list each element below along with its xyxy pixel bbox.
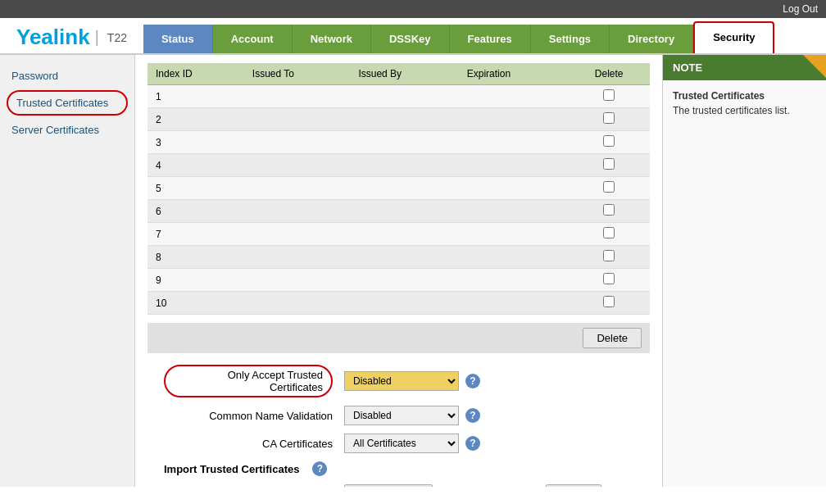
cell-expiration	[459, 246, 569, 269]
cell-index: 3	[148, 131, 244, 154]
delete-checkbox[interactable]	[603, 135, 615, 147]
cell-index: 9	[148, 269, 244, 292]
load-file-row: Load trusted certificates file Bestand k…	[148, 484, 650, 487]
delete-checkbox[interactable]	[603, 112, 615, 124]
import-title: Import Trusted Certificates	[164, 463, 299, 475]
cell-index: 6	[148, 200, 244, 223]
table-row: 8	[148, 246, 650, 269]
cell-issued-to	[244, 131, 351, 154]
sidebar-item-server-certificates[interactable]: Server Certificates	[0, 117, 134, 143]
logo-separator: |	[95, 28, 99, 47]
delete-checkbox[interactable]	[603, 296, 615, 307]
cell-issued-to	[244, 292, 351, 315]
delete-checkbox[interactable]	[603, 227, 615, 238]
cell-delete	[568, 154, 650, 177]
only-accept-label-wrapper: Only Accept Trusted Certificates	[164, 365, 344, 397]
delete-checkbox[interactable]	[603, 89, 615, 101]
table-row: 1	[148, 85, 650, 108]
table-row: 5	[148, 177, 650, 200]
cell-expiration	[459, 223, 569, 246]
ca-cert-label: CA Certificates	[164, 438, 344, 450]
cell-issued-by	[350, 177, 458, 200]
cell-delete	[568, 223, 650, 246]
cell-expiration	[459, 108, 569, 131]
table-row: 3	[148, 131, 650, 154]
logout-button[interactable]: Log Out	[783, 3, 818, 15]
ca-cert-select[interactable]: All Certificates Trusted Certificates	[344, 434, 459, 453]
cell-issued-to	[244, 246, 351, 269]
top-bar: Log Out	[0, 0, 826, 18]
ca-cert-help-icon[interactable]: ?	[465, 436, 480, 451]
cell-issued-by	[350, 85, 458, 108]
table-row: 2	[148, 108, 650, 131]
tab-settings[interactable]: Settings	[531, 25, 610, 53]
cell-index: 1	[148, 85, 244, 108]
common-name-help-icon[interactable]: ?	[465, 408, 480, 423]
tab-account[interactable]: Account	[213, 25, 293, 53]
cell-issued-to	[244, 223, 351, 246]
col-delete-header: Delete	[568, 63, 650, 85]
delete-checkbox[interactable]	[603, 204, 615, 216]
cell-expiration	[459, 85, 569, 108]
common-name-row: Common Name Validation Disabled Enabled …	[148, 406, 650, 425]
tab-security[interactable]: Security	[693, 21, 774, 53]
col-issued-to-header: Issued To	[244, 63, 351, 85]
tab-status[interactable]: Status	[143, 25, 213, 53]
cell-index: 2	[148, 108, 244, 131]
cell-delete	[568, 85, 650, 108]
table-row: 7	[148, 223, 650, 246]
ca-cert-row: CA Certificates All Certificates Trusted…	[148, 434, 650, 453]
tab-directory[interactable]: Directory	[610, 25, 693, 53]
sidebar-item-trusted-certificates[interactable]: Trusted Certificates	[7, 90, 128, 116]
import-help-icon[interactable]: ?	[312, 461, 327, 476]
delete-checkbox[interactable]	[603, 250, 615, 261]
cell-issued-by	[350, 223, 458, 246]
cell-index: 10	[148, 292, 244, 315]
note-title: Trusted Certificates	[673, 90, 816, 102]
cell-delete	[568, 108, 650, 131]
common-name-label: Common Name Validation	[164, 410, 344, 422]
note-panel: NOTE Trusted Certificates The trusted ce…	[662, 55, 826, 487]
delete-button[interactable]: Delete	[583, 328, 642, 348]
col-expiration-header: Expiration	[459, 63, 569, 85]
cell-expiration	[459, 292, 569, 315]
choose-file-button[interactable]: Bestand kiezen	[344, 484, 433, 487]
col-index-header: Index ID	[148, 63, 244, 85]
cell-delete	[568, 246, 650, 269]
cell-issued-by	[350, 108, 458, 131]
tab-dsskey[interactable]: DSSKey	[371, 25, 450, 53]
cell-expiration	[459, 200, 569, 223]
cell-expiration	[459, 269, 569, 292]
delete-checkbox[interactable]	[603, 273, 615, 284]
only-accept-label: Only Accept Trusted Certificates	[164, 365, 333, 397]
main-nav: Status Account Network DSSKey Features S…	[143, 21, 826, 53]
import-title-row: Import Trusted Certificates ?	[148, 461, 650, 476]
cell-expiration	[459, 131, 569, 154]
cell-delete	[568, 200, 650, 223]
delete-checkbox[interactable]	[603, 181, 615, 193]
cell-issued-to	[244, 177, 351, 200]
note-header: NOTE	[663, 55, 826, 80]
upload-button[interactable]: Upload	[546, 484, 601, 487]
tab-network[interactable]: Network	[293, 25, 371, 53]
logo-brand: Yealink	[16, 25, 90, 50]
cell-issued-to	[244, 108, 351, 131]
delete-checkbox[interactable]	[603, 158, 615, 170]
logo-model: T22	[107, 31, 127, 44]
sidebar-item-password[interactable]: Password	[0, 63, 134, 89]
cell-issued-to	[244, 269, 351, 292]
cell-issued-by	[350, 246, 458, 269]
cell-delete	[568, 131, 650, 154]
col-issued-by-header: Issued By	[350, 63, 458, 85]
table-row: 10	[148, 292, 650, 315]
content-area: Index ID Issued To Issued By Expiration …	[135, 55, 662, 487]
action-row: Delete	[148, 323, 650, 353]
tab-features[interactable]: Features	[450, 25, 531, 53]
cell-index: 8	[148, 246, 244, 269]
common-name-select[interactable]: Disabled Enabled	[344, 406, 459, 425]
table-row: 6	[148, 200, 650, 223]
only-accept-select[interactable]: Disabled Enabled	[344, 371, 459, 391]
only-accept-help-icon[interactable]: ?	[465, 374, 480, 388]
cell-issued-by	[350, 292, 458, 315]
cell-expiration	[459, 154, 569, 177]
